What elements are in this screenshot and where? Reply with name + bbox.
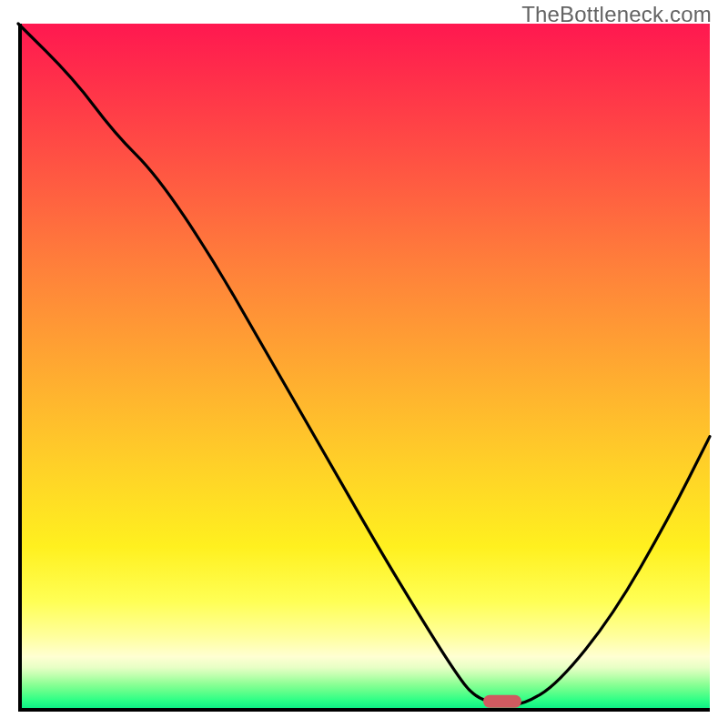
optimal-marker	[483, 695, 521, 708]
plot-area	[18, 24, 710, 712]
chart-stage: TheBottleneck.com	[0, 0, 728, 728]
curve-layer	[18, 24, 710, 712]
bottleneck-curve	[18, 24, 710, 704]
